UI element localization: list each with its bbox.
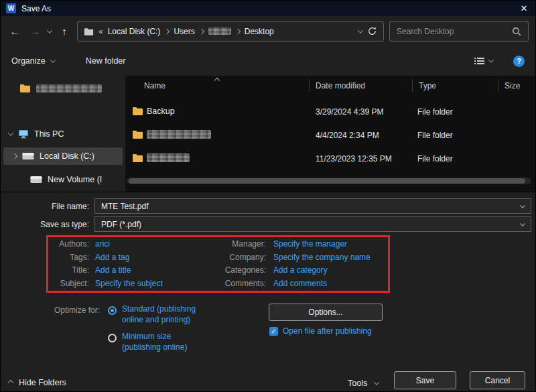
specify-subject-link[interactable]: Specify the subject — [95, 279, 163, 288]
save-button[interactable]: Save — [394, 371, 456, 389]
specify-manager-link[interactable]: Specify the manager — [273, 239, 347, 249]
tags-label: Tags: — [40, 253, 89, 262]
optimize-for-label: Optimize for: — [40, 306, 100, 315]
close-icon[interactable]: ✕ — [513, 1, 535, 16]
redacted-text — [147, 153, 190, 162]
file-name-combobox[interactable]: MTE Test.pdf — [94, 198, 531, 214]
organize-button[interactable]: Organize — [11, 56, 55, 66]
forward-button[interactable]: → — [27, 26, 42, 36]
scrollbar-thumb[interactable] — [129, 178, 525, 184]
categories-label: Categories: — [210, 265, 266, 275]
column-header-name[interactable]: Name — [144, 81, 165, 90]
horizontal-scrollbar[interactable] — [127, 178, 531, 184]
sort-ascending-icon — [214, 78, 220, 83]
view-options-button[interactable] — [474, 57, 493, 65]
disk-drive-icon — [30, 176, 42, 184]
organize-label: Organize — [11, 56, 46, 66]
file-row-redacted[interactable]: 4/4/2024 2:34 PM File folder — [125, 123, 536, 146]
hide-folders-button[interactable]: Hide Folders — [9, 378, 66, 387]
sidebar-item-label: This PC — [34, 129, 64, 139]
up-button[interactable]: ↑ — [57, 26, 72, 36]
save-as-type-label: Save as type: — [1, 220, 89, 229]
file-type: File folder — [417, 131, 453, 140]
sidebar-item-pinned-folder[interactable] — [19, 84, 102, 92]
company-label: Company: — [210, 253, 266, 262]
file-name-label: File name: — [1, 202, 89, 211]
breadcrumb-local-disk[interactable]: Local Disk (C:) — [108, 27, 161, 36]
navigation-bar: ← → ↑ « Local Disk (C:) Users Desktop Se… — [1, 16, 535, 46]
authors-value-link[interactable]: arici — [95, 239, 110, 249]
file-name-redacted — [147, 130, 211, 141]
back-button[interactable]: ← — [7, 26, 22, 36]
add-comments-link[interactable]: Add comments — [273, 279, 327, 288]
address-dropdown-chevron-icon[interactable] — [358, 27, 363, 33]
file-date-modified: 11/23/2023 12:35 PM — [316, 154, 392, 164]
view-options-chevron-icon — [488, 57, 494, 62]
title-label: Title: — [40, 265, 89, 275]
optimize-minimum-radio[interactable] — [108, 334, 117, 342]
details-view-icon — [474, 57, 484, 65]
collapse-chevron-icon[interactable] — [12, 153, 17, 159]
organize-chevron-icon — [50, 57, 55, 62]
sidebar-item-local-disk[interactable]: Local Disk (C:) — [3, 147, 123, 165]
search-icon[interactable] — [512, 27, 521, 36]
open-after-publishing-checkbox[interactable]: ✓ — [269, 327, 278, 336]
file-date-modified: 4/4/2024 2:34 PM — [316, 131, 379, 140]
combobox-chevron-icon[interactable] — [520, 202, 525, 208]
cancel-button[interactable]: Cancel — [470, 371, 525, 389]
hide-folders-chevron-icon — [8, 380, 13, 385]
file-row-redacted[interactable]: 11/23/2023 12:35 PM File folder — [125, 147, 536, 170]
column-header-size[interactable]: Size — [505, 81, 520, 90]
sidebar-item-new-volume[interactable]: New Volume (I — [30, 175, 124, 184]
search-placeholder: Search Desktop — [397, 27, 512, 36]
folder-icon — [132, 107, 143, 115]
breadcrumb-desktop[interactable]: Desktop — [245, 27, 274, 36]
sidebar-item-this-pc[interactable]: This PC — [9, 129, 64, 139]
file-type: File folder — [417, 154, 453, 164]
address-bar[interactable]: « Local Disk (C:) Users Desktop — [77, 21, 384, 42]
column-header-type[interactable]: Type — [419, 81, 436, 90]
column-separator — [498, 79, 498, 92]
add-title-link[interactable]: Add a title — [95, 265, 131, 275]
folder-icon — [132, 153, 143, 162]
tools-button[interactable]: Tools — [348, 379, 379, 388]
breadcrumb-users[interactable]: Users — [174, 27, 194, 36]
file-row-backup[interactable]: Backup 3/29/2024 4:39 PM File folder — [125, 100, 536, 123]
file-date-modified: 3/29/2024 4:39 PM — [316, 107, 383, 117]
authors-label: Authors: — [40, 239, 89, 249]
breadcrumb-separator-icon — [164, 28, 170, 34]
file-name-redacted — [147, 153, 190, 164]
location-folder-icon — [84, 27, 94, 36]
save-as-type-combobox[interactable]: PDF (*.pdf) — [94, 216, 531, 232]
optimize-standard-radio[interactable] — [108, 306, 117, 315]
sidebar-item-label: Local Disk (C:) — [40, 151, 94, 161]
navigation-pane: This PC Local Disk (C:) New Volume (I — [1, 76, 125, 192]
add-category-link[interactable]: Add a category — [273, 265, 328, 275]
breadcrumb-overflow[interactable]: « — [98, 27, 103, 36]
recent-locations-chevron-icon[interactable] — [47, 27, 52, 33]
breadcrumb-user-redacted — [208, 27, 231, 35]
file-type: File folder — [417, 107, 453, 117]
breadcrumb-separator-icon — [234, 28, 240, 34]
combobox-chevron-icon[interactable] — [520, 220, 525, 226]
column-header-date-modified[interactable]: Date modified — [316, 81, 365, 90]
options-button[interactable]: Options... — [269, 304, 383, 321]
specify-company-link[interactable]: Specify the company name — [273, 253, 371, 262]
save-as-dialog: W Save As ✕ ← → ↑ « Local Disk (C:) User… — [0, 0, 536, 392]
title-bar: W Save As ✕ — [1, 1, 535, 16]
search-input[interactable]: Search Desktop — [389, 21, 529, 42]
sidebar-item-label: New Volume (I — [48, 175, 102, 184]
optimize-minimum-label[interactable]: Minimum size (publishing online) — [122, 332, 202, 352]
refresh-icon[interactable] — [367, 26, 377, 36]
help-button[interactable]: ? — [513, 56, 525, 67]
file-name-value: MTE Test.pdf — [101, 202, 148, 211]
add-tag-link[interactable]: Add a tag — [95, 253, 129, 262]
open-after-publishing-label[interactable]: Open file after publishing — [283, 326, 372, 336]
save-options-pane: File name: MTE Test.pdf Save as type: PD… — [1, 192, 535, 391]
sidebar-redacted-label — [36, 84, 102, 92]
folder-icon — [132, 130, 143, 139]
optimize-standard-label[interactable]: Standard (publishing online and printing… — [122, 304, 207, 325]
new-folder-button[interactable]: New folder — [86, 56, 126, 66]
expand-chevron-icon[interactable] — [8, 130, 13, 135]
file-name: Backup — [147, 107, 175, 116]
